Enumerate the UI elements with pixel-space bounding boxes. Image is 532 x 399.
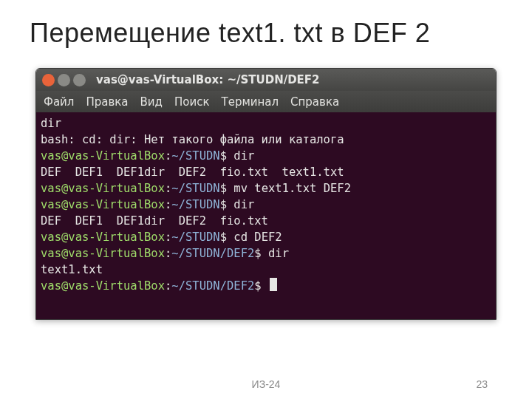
cursor-icon [270, 278, 277, 291]
menu-edit[interactable]: Правка [86, 95, 128, 109]
prompt-user: vas@vas-VirtualBox [41, 182, 165, 195]
terminal-line: DEF DEF1 DEF1dir DEF2 fio.txt text1.txt [41, 164, 491, 180]
terminal-line: DEF DEF1 DEF1dir DEF2 fio.txt [41, 213, 491, 229]
terminal-line: vas@vas-VirtualBox:~/STUDN$ dir [41, 148, 491, 164]
prompt-path: ~/STUDN [171, 149, 219, 163]
menu-terminal[interactable]: Терминал [221, 95, 279, 109]
prompt-user: vas@vas-VirtualBox [41, 279, 165, 293]
slide-title: Перемещение text1. txt в DEF 2 [0, 0, 532, 56]
prompt-command: mv text1.txt DEF2 [233, 182, 351, 195]
terminal-line: vas@vas-VirtualBox:~/STUDN$ mv text1.txt… [41, 180, 491, 197]
terminal-line: vas@vas-VirtualBox:~/STUDN/DEF2$ dir [41, 245, 491, 262]
minimize-icon[interactable] [58, 74, 70, 86]
prompt-user: vas@vas-VirtualBox [41, 149, 165, 163]
prompt-user: vas@vas-VirtualBox [41, 231, 165, 244]
window-title: vas@vas-VirtualBox: ~/STUDN/DEF2 [96, 73, 320, 86]
menu-help[interactable]: Справка [290, 95, 339, 109]
terminal-line: text1.txt [41, 262, 491, 278]
prompt-command: dir [233, 149, 254, 163]
window-title-bar: vas@vas-VirtualBox: ~/STUDN/DEF2 [36, 69, 496, 91]
terminal-window: vas@vas-VirtualBox: ~/STUDN/DEF2 Файл Пр… [35, 68, 497, 320]
menu-search[interactable]: Поиск [174, 95, 210, 109]
terminal-line: vas@vas-VirtualBox:~/STUDN$ cd DEF2 [41, 229, 491, 245]
prompt-path: ~/STUDN [171, 231, 219, 244]
terminal-line: vas@vas-VirtualBox:~/STUDN$ dir [41, 197, 491, 213]
terminal-line: bash: cd: dir: Нет такого файла или ката… [41, 132, 491, 148]
menu-bar: Файл Правка Вид Поиск Терминал Справка [36, 91, 496, 112]
close-icon[interactable] [42, 74, 55, 86]
prompt-command: dir [268, 247, 289, 260]
footer-center: ИЗ-24 [252, 378, 281, 390]
maximize-icon[interactable] [73, 74, 86, 86]
terminal-line: vas@vas-VirtualBox:~/STUDN/DEF2$ [41, 278, 491, 294]
footer-page-number: 23 [476, 378, 488, 390]
prompt-path: ~/STUDN/DEF2 [171, 279, 254, 293]
prompt-path: ~/STUDN/DEF2 [171, 247, 254, 260]
prompt-user: vas@vas-VirtualBox [41, 247, 165, 260]
prompt-command: dir [233, 198, 254, 211]
prompt-user: vas@vas-VirtualBox [41, 198, 165, 211]
prompt-command: cd DEF2 [233, 231, 282, 244]
terminal-line: dir [41, 115, 491, 132]
terminal-body[interactable]: dirbash: cd: dir: Нет такого файла или к… [36, 112, 496, 319]
prompt-path: ~/STUDN [171, 198, 219, 211]
menu-view[interactable]: Вид [140, 95, 163, 109]
slide-footer: ИЗ-24 23 [0, 378, 532, 390]
prompt-path: ~/STUDN [171, 182, 219, 195]
menu-file[interactable]: Файл [44, 95, 74, 109]
